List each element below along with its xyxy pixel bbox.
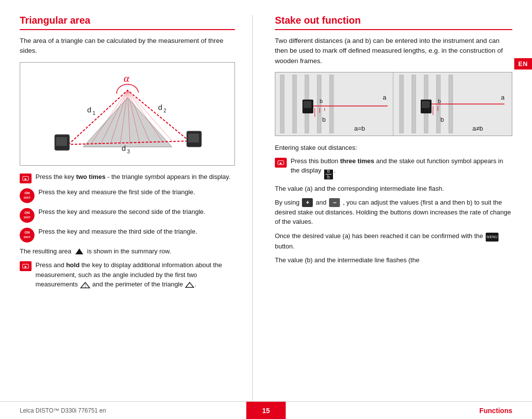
left-section-title: Triangular area	[20, 15, 235, 30]
language-badge: EN	[514, 58, 532, 70]
svg-rect-51	[422, 101, 430, 108]
page: EN Triangular area The area of a triangl…	[0, 0, 532, 419]
svg-rect-14	[188, 134, 199, 142]
key-icon-1: ▶	[20, 174, 32, 183]
svg-text:1: 1	[93, 110, 96, 116]
plus-button: +	[302, 198, 313, 207]
svg-rect-12	[56, 137, 67, 146]
svg-marker-29	[186, 282, 194, 287]
dist-icon-3: ON DIST	[20, 228, 34, 243]
angle-icon	[80, 281, 91, 289]
svg-rect-46	[412, 75, 416, 133]
instruction-1-text: Press the key two times - the triangle s…	[35, 173, 235, 182]
footer-right: Functions	[286, 407, 532, 415]
left-intro: The area of a triangle can be calculated…	[20, 36, 235, 56]
triangle-svg: α d 1 d 2 d 3	[44, 68, 211, 159]
svg-text:α: α	[124, 72, 130, 84]
area-icon	[74, 247, 84, 255]
right-column: Stake out function Two different distanc…	[272, 15, 512, 401]
instruction-2: ON DIST Press the key and measure the fi…	[20, 188, 235, 203]
instruction-1: ▶ Press the key two times - the triangle…	[20, 173, 235, 183]
svg-text:3: 3	[127, 149, 130, 154]
result-text-pre: The resulting area	[20, 247, 71, 256]
footer-page-number: 15	[246, 402, 286, 419]
svg-rect-32	[280, 75, 284, 133]
minus-button: −	[329, 198, 340, 207]
key-icon-hold: ▶	[20, 261, 32, 271]
svg-text:d: d	[158, 103, 162, 111]
menu-button: MENU	[486, 233, 499, 242]
instruction-4: ON DIST Press the key and measure the th…	[20, 227, 235, 243]
svg-text:b: b	[440, 116, 444, 123]
svg-text:2: 2	[164, 108, 166, 113]
result-row: The resulting area is shown in the summa…	[20, 247, 235, 256]
svg-text:d: d	[122, 144, 126, 152]
content-area: Triangular area The area of a triangle c…	[0, 0, 532, 401]
svg-text:▶: ▶	[25, 177, 27, 180]
svg-text:▶: ▶	[280, 162, 282, 165]
svg-marker-24	[75, 248, 83, 254]
svg-text:d: d	[87, 105, 91, 114]
instruction-3: ON DIST Press the key and measure the se…	[20, 208, 235, 223]
hold-instruction: ▶ Press and hold the key to display addi…	[20, 260, 235, 289]
display-icon: b b	[324, 170, 333, 179]
svg-text:▶: ▶	[25, 265, 27, 268]
by-using-text: By using + and − , you can adjust the va…	[275, 198, 512, 227]
triangle-diagram: α d 1 d 2 d 3	[20, 62, 235, 166]
instruction-3-text: Press the key and measure the second sid…	[38, 208, 235, 217]
perimeter-icon	[185, 281, 195, 288]
stakeout-diagram: b a b a=b	[275, 72, 512, 136]
once-text: Once the desired value (a) has been reac…	[275, 231, 512, 251]
footer-left: Leica DISTO™ D330i 776751 en	[0, 407, 246, 414]
svg-rect-33	[293, 75, 297, 133]
instruction-2-text: Press the key and measure the first side…	[38, 188, 235, 197]
footer: Leica DISTO™ D330i 776751 en 15 Function…	[0, 401, 532, 419]
right-instruction-1-text: Press this button three times and the st…	[291, 157, 512, 179]
svg-rect-36	[330, 75, 333, 133]
svg-text:a: a	[383, 94, 387, 101]
instruction-4-text: Press the key and measure the third side…	[38, 227, 235, 237]
stakeout-svg: b a b a=b	[275, 72, 512, 136]
right-section-title: Stake out function	[275, 15, 512, 30]
bold-two-times: two times	[76, 173, 105, 180]
svg-rect-45	[399, 75, 403, 133]
svg-text:b: b	[320, 98, 323, 104]
right-intro: Two different distances (a and b) can be…	[275, 36, 512, 66]
right-key-icon: ▶	[275, 158, 287, 168]
value-b-text: The value (b) and the intermediate line …	[275, 255, 512, 265]
value-a-text: The value (a) and the corresponding inte…	[275, 184, 512, 194]
hold-text: Press and hold the key to display additi…	[35, 260, 235, 289]
svg-text:a: a	[501, 94, 505, 101]
right-instruction-1: ▶ Press this button three times and the …	[275, 157, 512, 179]
dist-icon-1: ON DIST	[20, 188, 34, 203]
result-text-post: is shown in the summary row.	[87, 247, 171, 256]
svg-text:b: b	[322, 116, 326, 123]
entering-label: Entering stake out distances:	[275, 143, 512, 153]
svg-text:a=b: a=b	[354, 125, 365, 132]
svg-rect-38	[303, 101, 311, 108]
svg-text:b: b	[438, 98, 441, 104]
svg-rect-35	[317, 75, 321, 133]
svg-text:a≠b: a≠b	[472, 125, 483, 132]
left-column: Triangular area The area of a triangle c…	[20, 15, 253, 401]
dist-icon-2: ON DIST	[20, 208, 34, 223]
